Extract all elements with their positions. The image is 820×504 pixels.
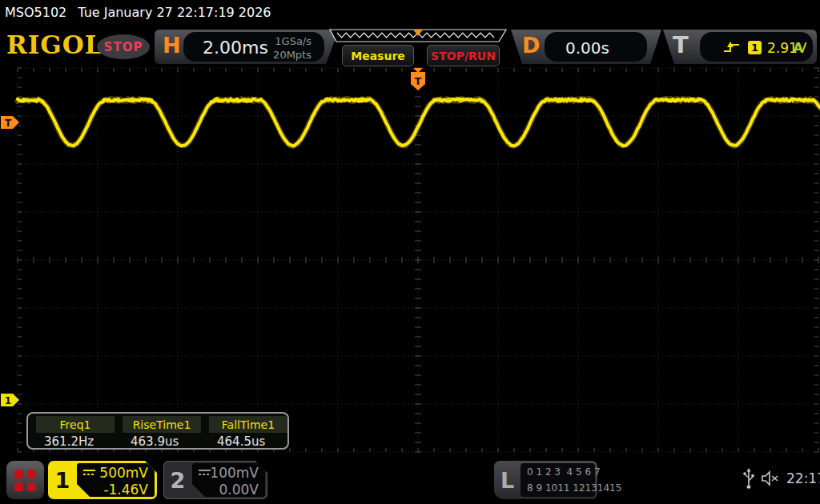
sample-rate: 1GSa/s 20Mpts xyxy=(273,34,312,62)
measurement-label: Freq1 xyxy=(36,416,115,433)
grid-square xyxy=(14,470,23,478)
channel2-number: 2 xyxy=(163,461,192,499)
trigger-mode: A xyxy=(794,40,803,55)
delay-value[interactable]: 0.00s xyxy=(565,38,609,58)
channel1-status[interactable]: 1 500mV -1.46V xyxy=(48,461,157,499)
grid-square xyxy=(27,482,36,491)
delay-block[interactable]: D 0.00s xyxy=(511,30,661,64)
trigger-level-marker[interactable]: T xyxy=(1,116,19,129)
measurement-value: 464.5us xyxy=(209,433,287,450)
grid-square xyxy=(14,482,23,491)
grid-square xyxy=(27,470,36,478)
svg-text:T: T xyxy=(5,118,12,129)
logic-channel-list: 0 1 2 3 4 5 6 78 9 1011 12131415 xyxy=(521,463,595,497)
measurement-value: 361.2Hz xyxy=(36,433,115,450)
trigger-source-badge[interactable]: 1 xyxy=(748,41,762,54)
logic-label: L xyxy=(494,461,521,499)
measurement-value: 463.9us xyxy=(123,433,201,450)
system-clock: 22:17 xyxy=(786,470,820,486)
channel1-number: 1 xyxy=(48,461,77,499)
channel2-scale[interactable]: 100mV xyxy=(210,465,259,481)
dc-coupling-icon xyxy=(199,469,205,477)
waveform-preview-bar[interactable] xyxy=(329,29,507,43)
horizontal-label: H xyxy=(163,33,181,58)
dc-coupling-icon xyxy=(83,469,94,477)
sound-muted-icon xyxy=(761,470,780,486)
horizontal-block[interactable]: H 2.00ms 1GSa/s 20Mpts xyxy=(155,30,339,64)
channel2-offset[interactable]: 0.00V xyxy=(199,482,259,498)
trigger-position-marker[interactable]: T xyxy=(411,68,425,90)
channel2-status[interactable]: 2 100mV 0.00V xyxy=(163,461,267,499)
trigger-label: T xyxy=(673,31,689,58)
logic-channels-status[interactable]: L 0 1 2 3 4 5 6 78 9 1011 12131415 xyxy=(494,461,597,499)
timebase-value[interactable]: 2.00ms xyxy=(203,38,268,58)
stop-run-button[interactable]: STOP/RUN xyxy=(427,45,500,66)
measurement-label: RiseTime1 xyxy=(123,416,201,433)
svg-text:1: 1 xyxy=(5,395,11,406)
measurement-label: FallTime1 xyxy=(209,416,287,433)
trigger-slope-icon xyxy=(722,40,742,54)
measurement-freq1[interactable]: Freq1 361.2Hz xyxy=(36,416,115,448)
channel1-scale[interactable]: 500mV xyxy=(99,465,148,481)
rigol-logo: RIGOL xyxy=(6,30,103,59)
channel1-trace xyxy=(18,98,820,146)
svg-text:T: T xyxy=(415,75,422,87)
measurement-risetime1[interactable]: RiseTime1 463.9us xyxy=(123,416,201,448)
menu-grid-button[interactable] xyxy=(6,461,44,499)
memory-depth: 20Mpts xyxy=(273,49,312,61)
measure-button[interactable]: Measure xyxy=(342,45,414,66)
acquisition-state-badge: STOP xyxy=(97,34,150,59)
channel1-offset[interactable]: -1.46V xyxy=(83,482,148,498)
oscilloscope-screen: MSO5102 Tue January 27 22:17:19 2026 T T… xyxy=(0,0,820,504)
delay-label: D xyxy=(522,33,540,58)
measurement-panel[interactable]: Freq1 361.2Hz RiseTime1 463.9us FallTime… xyxy=(26,412,289,450)
trigger-block[interactable]: T 1 2.91V A xyxy=(663,30,817,64)
usb-icon xyxy=(743,468,754,489)
channel1-position-marker[interactable]: 1 xyxy=(1,394,19,406)
measurement-falltime1[interactable]: FallTime1 464.5us xyxy=(209,416,287,448)
